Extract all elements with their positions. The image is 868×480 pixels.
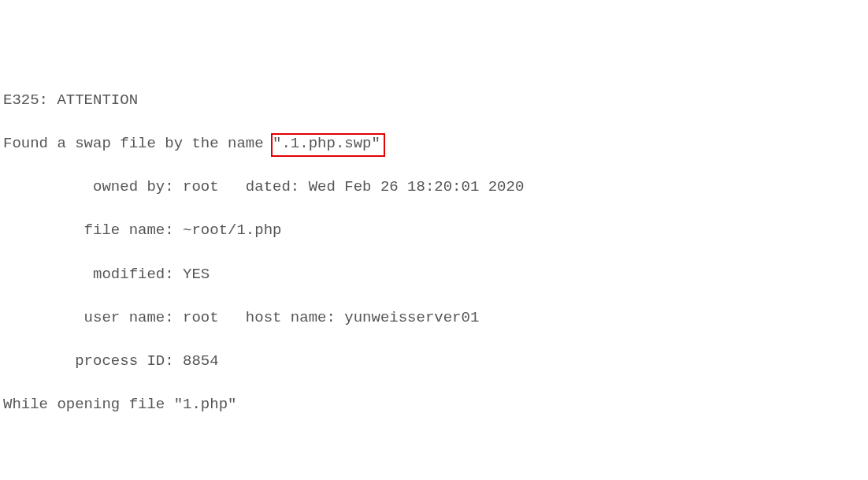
owned-by-line: owned by: root dated: Wed Feb 26 18:20:0… bbox=[3, 177, 865, 199]
blank-line-1 bbox=[3, 437, 865, 460]
found-swap-prefix: Found a swap file by the name bbox=[3, 135, 273, 152]
found-swap-line: Found a swap file by the name ".1.php.sw… bbox=[3, 133, 865, 155]
file-name-line: file name: ~root/1.php bbox=[3, 220, 865, 242]
process-id-line: process ID: 8854 bbox=[3, 351, 865, 373]
user-host-line: user name: root host name: yunweisserver… bbox=[3, 307, 865, 329]
swap-file-name: ".1.php.swp" bbox=[273, 135, 380, 152]
modified-line: modified: YES bbox=[3, 264, 865, 286]
while-opening-line: While opening file "1.php" bbox=[3, 394, 865, 416]
attention-header: E325: ATTENTION bbox=[3, 90, 865, 112]
